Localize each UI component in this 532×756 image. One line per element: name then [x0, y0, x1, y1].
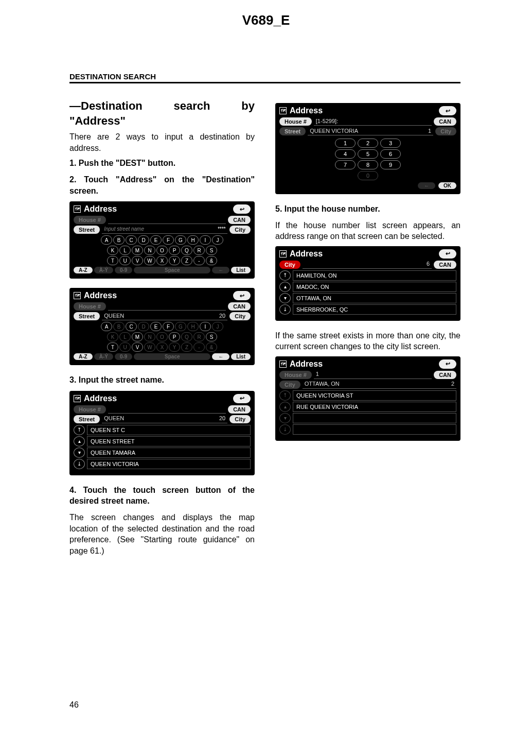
city-tab[interactable]: City — [279, 381, 300, 389]
scroll-top[interactable]: ⤒ — [279, 270, 291, 281]
house-number-tab[interactable]: House # — [279, 117, 312, 126]
key-p[interactable]: P — [169, 246, 180, 255]
street-tab[interactable]: Street — [74, 415, 100, 423]
key-r[interactable]: R — [193, 332, 205, 341]
backspace-key[interactable]: ← — [418, 182, 435, 189]
key-f[interactable]: F — [163, 322, 174, 331]
city-button[interactable]: City — [229, 415, 251, 423]
street-tab[interactable]: Street — [74, 226, 100, 234]
key-o[interactable]: O — [156, 332, 168, 341]
list-item[interactable]: QUEEN STREET — [87, 436, 251, 446]
key-o[interactable]: O — [156, 246, 168, 255]
key-z[interactable]: Z — [181, 256, 192, 265]
ok-button[interactable]: OK — [438, 182, 456, 189]
key-i[interactable]: I — [200, 235, 211, 245]
list-button[interactable]: List — [231, 353, 251, 360]
key-t[interactable]: T — [107, 256, 118, 265]
key-j[interactable]: J — [212, 322, 223, 331]
key-2[interactable]: 2 — [358, 139, 378, 148]
house-number-field[interactable]: 1 — [314, 371, 432, 379]
house-number-tab[interactable]: House # — [74, 216, 106, 224]
key-k[interactable]: K — [107, 332, 118, 341]
scroll-bottom[interactable]: ⤓ — [74, 459, 85, 469]
key-x[interactable]: X — [156, 342, 168, 352]
space-key[interactable]: Space — [134, 267, 210, 273]
country-badge[interactable]: CAN — [434, 371, 456, 379]
key-v[interactable]: V — [132, 342, 143, 352]
mode-accent[interactable]: À-Ý — [94, 353, 113, 360]
mode-az[interactable]: A-Z — [74, 267, 93, 273]
key-5[interactable]: 5 — [358, 149, 378, 159]
list-item[interactable]: QUEEN VICTORIA ST — [293, 390, 456, 401]
house-number-field[interactable] — [108, 405, 226, 414]
key-g[interactable]: G — [175, 235, 186, 245]
key-u[interactable]: U — [119, 342, 131, 352]
key-0[interactable]: 0 — [358, 171, 378, 180]
key-f[interactable]: F — [163, 235, 174, 245]
list-item[interactable] — [293, 424, 456, 435]
backspace-key[interactable]: ← — [212, 353, 229, 360]
key-4[interactable]: 4 — [335, 149, 356, 159]
key-y[interactable]: Y — [169, 256, 180, 265]
house-number-field[interactable]: [1-5299]: — [314, 117, 432, 126]
house-number-tab[interactable]: House # — [74, 302, 106, 311]
key-i[interactable]: I — [200, 322, 211, 331]
key-b[interactable]: B — [113, 322, 125, 331]
list-item[interactable]: QUEEN ST C — [87, 425, 251, 435]
scroll-down[interactable]: ▾ — [279, 413, 291, 423]
street-input[interactable]: QUEEN 20 — [102, 312, 227, 320]
key-g[interactable]: G — [175, 322, 186, 331]
key-3[interactable]: 3 — [380, 139, 401, 148]
city-field[interactable]: OTTAWA, ON 2 — [303, 381, 456, 389]
city-button[interactable]: City — [229, 312, 251, 320]
scroll-down[interactable]: ▾ — [279, 293, 291, 303]
street-tab[interactable]: Street — [74, 312, 100, 320]
mode-az[interactable]: A-Z — [74, 353, 93, 360]
key-8[interactable]: 8 — [358, 160, 378, 169]
list-item[interactable]: QUEEN VICTORIA — [87, 459, 251, 469]
back-button[interactable]: ↩ — [439, 359, 456, 369]
key-m[interactable]: M — [132, 332, 143, 341]
key-j[interactable]: J — [212, 235, 223, 245]
back-button[interactable]: ↩ — [233, 204, 251, 214]
back-button[interactable]: ↩ — [439, 249, 456, 259]
key-1[interactable]: 1 — [335, 139, 356, 148]
key-7[interactable]: 7 — [335, 160, 356, 169]
key-a[interactable]: A — [101, 235, 112, 245]
list-item[interactable]: MADOC, ON — [293, 282, 456, 292]
key-m[interactable]: M — [132, 246, 143, 255]
key-u[interactable]: U — [119, 256, 131, 265]
scroll-top[interactable]: ⤒ — [279, 390, 291, 401]
scroll-down[interactable]: ▾ — [74, 448, 85, 458]
country-badge[interactable]: CAN — [228, 405, 251, 414]
key-&[interactable]: & — [206, 256, 217, 265]
key--[interactable]: - — [193, 256, 205, 265]
mode-09[interactable]: 0-9 — [115, 353, 132, 360]
street-tab[interactable]: Street — [279, 127, 306, 135]
key-x[interactable]: X — [156, 256, 168, 265]
mode-09[interactable]: 0-9 — [115, 267, 132, 273]
city-tab[interactable]: City — [279, 261, 300, 269]
city-field[interactable]: 6 — [303, 261, 432, 269]
key-b[interactable]: B — [113, 235, 125, 245]
key-c[interactable]: C — [126, 235, 137, 245]
key-a[interactable]: A — [101, 322, 112, 331]
key-h[interactable]: H — [187, 235, 199, 245]
house-number-field[interactable] — [108, 216, 226, 224]
key-p[interactable]: P — [169, 332, 180, 341]
key-k[interactable]: K — [107, 246, 118, 255]
key-n[interactable]: N — [144, 332, 155, 341]
list-item[interactable]: SHERBROOKE, QC — [293, 304, 456, 315]
backspace-key[interactable]: ← — [212, 267, 229, 273]
key-q[interactable]: Q — [181, 332, 192, 341]
scroll-up[interactable]: ▴ — [279, 282, 291, 292]
key-v[interactable]: V — [132, 256, 143, 265]
key-r[interactable]: R — [193, 246, 205, 255]
key-6[interactable]: 6 — [380, 149, 401, 159]
key-d[interactable]: D — [138, 322, 149, 331]
street-input[interactable]: QUEEN 20 — [102, 415, 227, 423]
key-z[interactable]: Z — [181, 342, 192, 352]
list-item[interactable]: RUE QUEEN VICTORIA — [293, 402, 456, 412]
scroll-bottom[interactable]: ⤓ — [279, 424, 291, 435]
key-n[interactable]: N — [144, 246, 155, 255]
